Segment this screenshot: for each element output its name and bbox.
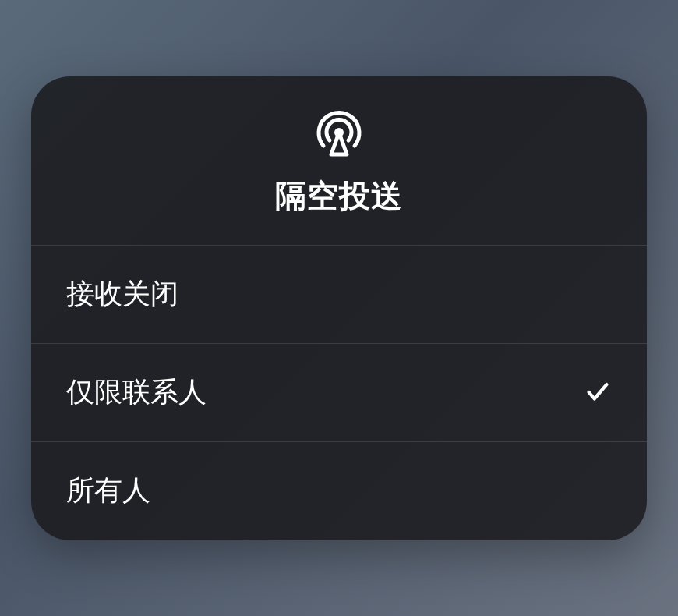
option-label: 所有人 [66, 472, 150, 510]
checkmark-icon [584, 280, 612, 308]
checkmark-icon [584, 476, 612, 504]
checkmark-icon [584, 378, 612, 406]
options-list: 接收关闭 仅限联系人 所有人 [31, 246, 647, 540]
option-contacts-only[interactable]: 仅限联系人 [31, 344, 647, 442]
airdrop-icon [314, 108, 364, 158]
option-label: 仅限联系人 [66, 373, 207, 412]
panel-header: 隔空投送 [31, 76, 647, 246]
airdrop-panel: 隔空投送 接收关闭 仅限联系人 所有人 [31, 76, 647, 540]
option-everyone[interactable]: 所有人 [31, 442, 647, 540]
panel-title: 隔空投送 [275, 175, 403, 218]
option-label: 接收关闭 [66, 275, 178, 313]
option-receiving-off[interactable]: 接收关闭 [31, 246, 647, 344]
